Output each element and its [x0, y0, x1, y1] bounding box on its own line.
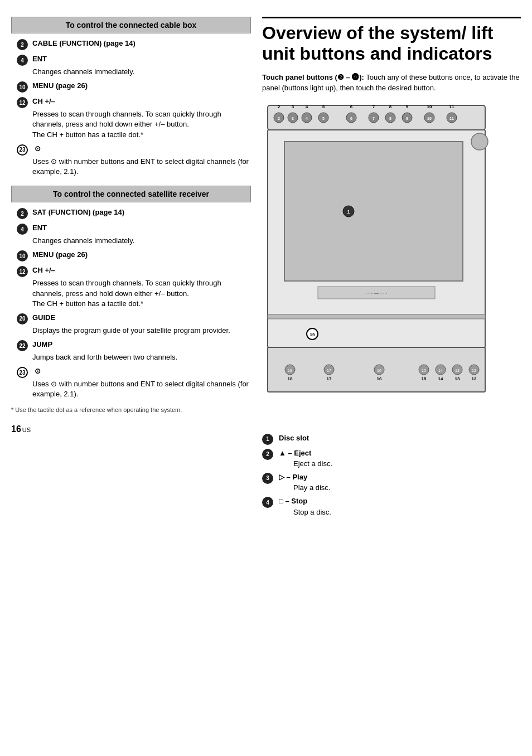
svg-text:13: 13: [455, 376, 460, 381]
svg-text:3: 3: [292, 117, 294, 120]
svg-text:6: 6: [350, 117, 352, 120]
svg-text:14: 14: [438, 376, 443, 381]
sat-item-2-title: ENT: [32, 224, 47, 232]
svg-rect-37: [268, 314, 485, 319]
sat-item-6-title: JUMP: [32, 340, 52, 348]
svg-text:18: 18: [288, 369, 292, 372]
sat-item-4: 12 CH +/– Presses to scan through channe…: [11, 266, 251, 309]
sat-item-7-dot: ⊙: [32, 367, 41, 375]
cable-item-2: 4 ENT Changes channels immediately.: [11, 55, 251, 77]
footnote: * Use the tactile dot as a reference whe…: [11, 406, 251, 413]
cable-item-1: 2 CABLE (FUNCTION) (page 14): [11, 39, 251, 50]
svg-text:11: 11: [449, 104, 454, 109]
num-badge-10b: 10: [17, 250, 28, 261]
sat-item-1: 2 SAT (FUNCTION) (page 14): [11, 208, 251, 219]
num-badge-10a: 10: [17, 81, 28, 93]
svg-rect-32: [284, 142, 463, 281]
svg-text:1: 1: [347, 209, 350, 215]
svg-text:18: 18: [288, 376, 293, 381]
legend-1-title: Disc slot: [279, 434, 309, 442]
cable-item-4-title: CH +/–: [32, 97, 55, 105]
num-badge-12b: 12: [17, 266, 28, 277]
legend-2-body: Eject a disc.: [279, 459, 332, 469]
cable-item-4-body: Presses to scan through channels. To sca…: [17, 109, 251, 140]
legend-4-title: □ – Stop: [279, 497, 307, 505]
svg-text:6: 6: [350, 104, 353, 109]
svg-text:11: 11: [449, 117, 454, 120]
sat-item-6-body: Jumps back and forth between two channel…: [17, 352, 251, 362]
sat-item-6: 22 JUMP Jumps back and forth between two…: [11, 340, 251, 362]
sat-item-7: 23 ⊙ Uses ⊙ with number buttons and ENT …: [11, 367, 251, 399]
sat-item-2-body: Changes channels immediately.: [17, 236, 251, 246]
num-badge-2b: 2: [17, 208, 28, 219]
sat-item-5-title: GUIDE: [32, 313, 55, 322]
cable-item-5-dot: ⊙: [32, 144, 41, 153]
legend-3-body: Play a disc.: [279, 483, 330, 493]
legend-item-4: 4 □ – Stop Stop a disc.: [262, 496, 521, 517]
page-title: Overview of the system/ lift unit button…: [262, 17, 521, 64]
svg-text:12: 12: [472, 376, 477, 381]
sat-item-2: 4 ENT Changes channels immediately.: [11, 224, 251, 246]
svg-text:7: 7: [373, 117, 375, 120]
num-badge-4b: 4: [17, 224, 28, 235]
diagram-legend: 1 Disc slot 2 ▲ – Eject Eject a disc. 3 …: [262, 433, 521, 517]
legend-item-2: 2 ▲ – Eject Eject a disc.: [262, 448, 521, 469]
cable-item-4: 12 CH +/– Presses to scan through channe…: [11, 97, 251, 140]
legend-num-3: 3: [262, 473, 273, 484]
device-diagram: 2 2 3 3 4 4 5 5 6 6 7 7 8 8 9 9 10: [262, 103, 496, 420]
svg-text:17: 17: [327, 376, 332, 381]
svg-text:10: 10: [427, 104, 432, 109]
num-badge-2a: 2: [17, 39, 28, 50]
num-badge-20: 20: [17, 313, 28, 324]
sat-item-3-title: MENU (page 26): [32, 250, 88, 259]
cable-item-3-title: MENU (page 26): [32, 81, 88, 90]
legend-item-1: 1 Disc slot: [262, 433, 521, 445]
svg-text:4: 4: [306, 104, 308, 109]
svg-text:2: 2: [278, 117, 280, 120]
touch-panel-note: Touch panel buttons (❷ – ⓿): Touch any o…: [262, 72, 521, 94]
sat-item-5-body: Displays the program guide of your satel…: [17, 326, 251, 336]
legend-num-1: 1: [262, 434, 273, 445]
svg-text:8: 8: [389, 104, 392, 109]
sat-item-3: 10 MENU (page 26): [11, 250, 251, 261]
cable-box-header: To control the connected cable box: [11, 17, 251, 33]
svg-text:9: 9: [406, 117, 408, 120]
svg-text:· · · — · · ·: · · · — · · ·: [365, 290, 387, 296]
left-column: To control the connected cable box 2 CAB…: [11, 11, 251, 745]
cable-item-1-title: CABLE (FUNCTION) (page 14): [32, 39, 136, 47]
svg-text:16: 16: [377, 369, 381, 372]
legend-3-title: ▷ – Play: [279, 473, 307, 481]
legend-num-2: 2: [262, 449, 273, 460]
svg-text:15: 15: [422, 369, 426, 372]
right-column: Overview of the system/ lift unit button…: [262, 11, 521, 745]
svg-text:17: 17: [327, 369, 331, 372]
svg-text:16: 16: [377, 376, 382, 381]
num-badge-23a: 23: [17, 144, 28, 156]
svg-text:19: 19: [310, 332, 315, 337]
svg-text:10: 10: [427, 117, 432, 120]
svg-text:9: 9: [406, 104, 409, 109]
page-number: 16US: [11, 424, 251, 434]
svg-text:4: 4: [306, 117, 308, 120]
cable-item-2-title: ENT: [32, 55, 47, 63]
sat-item-4-title: CH +/–: [32, 266, 55, 274]
sat-item-7-body: Uses ⊙ with number buttons and ENT to se…: [17, 379, 251, 399]
legend-item-3: 3 ▷ – Play Play a disc.: [262, 472, 521, 493]
satellite-header: To control the connected satellite recei…: [11, 186, 251, 202]
svg-text:13: 13: [455, 369, 460, 372]
num-badge-22: 22: [17, 340, 28, 351]
sat-item-4-body: Presses to scan through channels. To sca…: [17, 278, 251, 309]
cable-item-5-body: Uses ⊙ with number buttons and ENT to se…: [17, 157, 251, 177]
touch-panel-note-bold: Touch panel buttons (❷ – ⓿):: [262, 73, 364, 81]
legend-num-4: 4: [262, 497, 273, 508]
svg-text:2: 2: [278, 104, 280, 109]
svg-text:5: 5: [322, 104, 325, 109]
cable-item-5: 23 ⊙ Uses ⊙ with number buttons and ENT …: [11, 144, 251, 177]
svg-text:8: 8: [389, 117, 391, 120]
cable-item-2-body: Changes channels immediately.: [17, 67, 251, 77]
svg-text:14: 14: [438, 369, 443, 372]
legend-4-body: Stop a disc.: [279, 507, 331, 517]
svg-text:3: 3: [292, 104, 294, 109]
sat-item-5: 20 GUIDE Displays the program guide of y…: [11, 313, 251, 336]
svg-text:12: 12: [472, 369, 476, 372]
